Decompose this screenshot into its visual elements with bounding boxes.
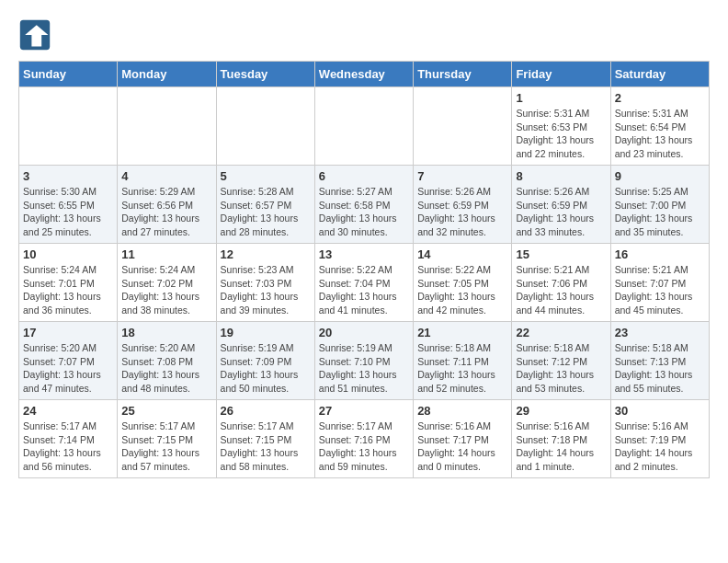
day-info: Sunrise: 5:18 AM Sunset: 7:13 PM Dayligh… xyxy=(615,341,705,396)
day-info: Sunrise: 5:21 AM Sunset: 7:06 PM Dayligh… xyxy=(516,263,606,317)
calendar-cell: 19Sunrise: 5:19 AM Sunset: 7:09 PM Dayli… xyxy=(216,322,314,400)
day-info: Sunrise: 5:18 AM Sunset: 7:11 PM Dayligh… xyxy=(417,341,507,396)
weekday-header: Friday xyxy=(512,62,610,87)
day-info: Sunrise: 5:23 AM Sunset: 7:03 PM Dayligh… xyxy=(221,263,311,317)
day-number: 29 xyxy=(516,404,606,418)
calendar-table: SundayMondayTuesdayWednesdayThursdayFrid… xyxy=(18,61,710,478)
calendar-cell xyxy=(118,87,216,166)
calendar-cell: 13Sunrise: 5:22 AM Sunset: 7:04 PM Dayli… xyxy=(314,244,413,322)
calendar-week-row: 24Sunrise: 5:17 AM Sunset: 7:14 PM Dayli… xyxy=(19,400,710,478)
day-info: Sunrise: 5:20 AM Sunset: 7:07 PM Dayligh… xyxy=(23,341,113,396)
calendar-cell: 22Sunrise: 5:18 AM Sunset: 7:12 PM Dayli… xyxy=(512,322,610,400)
day-info: Sunrise: 5:16 AM Sunset: 7:18 PM Dayligh… xyxy=(516,419,606,474)
calendar-cell xyxy=(216,87,314,166)
day-info: Sunrise: 5:28 AM Sunset: 6:57 PM Dayligh… xyxy=(221,185,311,239)
day-info: Sunrise: 5:19 AM Sunset: 7:10 PM Dayligh… xyxy=(319,341,409,396)
calendar-cell: 8Sunrise: 5:26 AM Sunset: 6:59 PM Daylig… xyxy=(512,166,610,244)
calendar-cell: 27Sunrise: 5:17 AM Sunset: 7:16 PM Dayli… xyxy=(314,400,413,478)
day-number: 10 xyxy=(23,247,113,261)
weekday-header: Wednesday xyxy=(314,62,413,87)
day-number: 8 xyxy=(516,169,606,183)
day-info: Sunrise: 5:27 AM Sunset: 6:58 PM Dayligh… xyxy=(319,185,409,239)
day-info: Sunrise: 5:24 AM Sunset: 7:01 PM Dayligh… xyxy=(23,263,113,317)
day-info: Sunrise: 5:19 AM Sunset: 7:09 PM Dayligh… xyxy=(221,341,311,396)
day-info: Sunrise: 5:22 AM Sunset: 7:04 PM Dayligh… xyxy=(319,263,409,317)
calendar-week-row: 1Sunrise: 5:31 AM Sunset: 6:53 PM Daylig… xyxy=(19,87,710,166)
day-number: 2 xyxy=(615,91,705,105)
logo-icon xyxy=(18,18,51,52)
day-info: Sunrise: 5:25 AM Sunset: 7:00 PM Dayligh… xyxy=(615,185,705,239)
calendar-cell: 9Sunrise: 5:25 AM Sunset: 7:00 PM Daylig… xyxy=(610,166,709,244)
day-number: 28 xyxy=(417,404,507,418)
day-number: 21 xyxy=(417,326,507,339)
day-info: Sunrise: 5:20 AM Sunset: 7:08 PM Dayligh… xyxy=(121,341,211,396)
calendar-cell: 12Sunrise: 5:23 AM Sunset: 7:03 PM Dayli… xyxy=(216,244,314,322)
weekday-header: Sunday xyxy=(19,62,118,87)
day-number: 15 xyxy=(516,247,606,261)
calendar-cell: 21Sunrise: 5:18 AM Sunset: 7:11 PM Dayli… xyxy=(414,322,512,400)
calendar-cell: 25Sunrise: 5:17 AM Sunset: 7:15 PM Dayli… xyxy=(118,400,216,478)
calendar-cell: 2Sunrise: 5:31 AM Sunset: 6:54 PM Daylig… xyxy=(610,87,709,166)
day-info: Sunrise: 5:31 AM Sunset: 6:54 PM Dayligh… xyxy=(615,107,705,161)
day-info: Sunrise: 5:30 AM Sunset: 6:55 PM Dayligh… xyxy=(23,185,113,239)
day-number: 4 xyxy=(121,169,211,183)
day-number: 5 xyxy=(221,169,311,183)
day-info: Sunrise: 5:31 AM Sunset: 6:53 PM Dayligh… xyxy=(516,107,606,161)
day-info: Sunrise: 5:29 AM Sunset: 6:56 PM Dayligh… xyxy=(121,185,211,239)
day-info: Sunrise: 5:17 AM Sunset: 7:15 PM Dayligh… xyxy=(121,419,211,474)
day-number: 17 xyxy=(23,326,113,339)
day-number: 26 xyxy=(221,404,311,418)
day-number: 27 xyxy=(319,404,409,418)
day-number: 16 xyxy=(615,247,705,261)
calendar-week-row: 17Sunrise: 5:20 AM Sunset: 7:07 PM Dayli… xyxy=(19,322,710,400)
day-number: 6 xyxy=(319,169,409,183)
day-info: Sunrise: 5:16 AM Sunset: 7:19 PM Dayligh… xyxy=(615,419,705,474)
day-number: 1 xyxy=(516,91,606,105)
day-number: 3 xyxy=(23,169,113,183)
day-info: Sunrise: 5:17 AM Sunset: 7:14 PM Dayligh… xyxy=(23,419,113,474)
calendar-cell: 18Sunrise: 5:20 AM Sunset: 7:08 PM Dayli… xyxy=(118,322,216,400)
calendar-header-row: SundayMondayTuesdayWednesdayThursdayFrid… xyxy=(19,62,710,87)
day-number: 25 xyxy=(121,404,211,418)
day-info: Sunrise: 5:26 AM Sunset: 6:59 PM Dayligh… xyxy=(417,185,507,239)
day-number: 13 xyxy=(319,247,409,261)
calendar-cell: 17Sunrise: 5:20 AM Sunset: 7:07 PM Dayli… xyxy=(19,322,118,400)
day-info: Sunrise: 5:24 AM Sunset: 7:02 PM Dayligh… xyxy=(121,263,211,317)
calendar-cell: 4Sunrise: 5:29 AM Sunset: 6:56 PM Daylig… xyxy=(118,166,216,244)
calendar-cell: 23Sunrise: 5:18 AM Sunset: 7:13 PM Dayli… xyxy=(610,322,709,400)
calendar-cell: 15Sunrise: 5:21 AM Sunset: 7:06 PM Dayli… xyxy=(512,244,610,322)
calendar-cell xyxy=(19,87,118,166)
calendar-cell: 10Sunrise: 5:24 AM Sunset: 7:01 PM Dayli… xyxy=(19,244,118,322)
weekday-header: Monday xyxy=(118,62,216,87)
calendar-cell: 20Sunrise: 5:19 AM Sunset: 7:10 PM Dayli… xyxy=(314,322,413,400)
logo xyxy=(18,18,57,52)
day-number: 19 xyxy=(221,326,311,339)
day-info: Sunrise: 5:22 AM Sunset: 7:05 PM Dayligh… xyxy=(417,263,507,317)
calendar-cell: 7Sunrise: 5:26 AM Sunset: 6:59 PM Daylig… xyxy=(414,166,512,244)
weekday-header: Tuesday xyxy=(216,62,314,87)
calendar-cell: 30Sunrise: 5:16 AM Sunset: 7:19 PM Dayli… xyxy=(610,400,709,478)
day-number: 7 xyxy=(417,169,507,183)
calendar-cell: 26Sunrise: 5:17 AM Sunset: 7:15 PM Dayli… xyxy=(216,400,314,478)
day-number: 12 xyxy=(221,247,311,261)
calendar-cell: 16Sunrise: 5:21 AM Sunset: 7:07 PM Dayli… xyxy=(610,244,709,322)
day-number: 14 xyxy=(417,247,507,261)
day-number: 11 xyxy=(121,247,211,261)
day-number: 9 xyxy=(615,169,705,183)
calendar-cell: 3Sunrise: 5:30 AM Sunset: 6:55 PM Daylig… xyxy=(19,166,118,244)
day-info: Sunrise: 5:18 AM Sunset: 7:12 PM Dayligh… xyxy=(516,341,606,396)
day-info: Sunrise: 5:21 AM Sunset: 7:07 PM Dayligh… xyxy=(615,263,705,317)
calendar-cell xyxy=(414,87,512,166)
day-number: 20 xyxy=(319,326,409,339)
calendar-cell: 11Sunrise: 5:24 AM Sunset: 7:02 PM Dayli… xyxy=(118,244,216,322)
calendar-cell: 5Sunrise: 5:28 AM Sunset: 6:57 PM Daylig… xyxy=(216,166,314,244)
day-info: Sunrise: 5:16 AM Sunset: 7:17 PM Dayligh… xyxy=(417,419,507,474)
calendar-week-row: 3Sunrise: 5:30 AM Sunset: 6:55 PM Daylig… xyxy=(19,166,710,244)
calendar-cell xyxy=(314,87,413,166)
day-number: 23 xyxy=(615,326,705,339)
day-number: 22 xyxy=(516,326,606,339)
calendar-cell: 14Sunrise: 5:22 AM Sunset: 7:05 PM Dayli… xyxy=(414,244,512,322)
day-info: Sunrise: 5:17 AM Sunset: 7:15 PM Dayligh… xyxy=(221,419,311,474)
calendar-cell: 1Sunrise: 5:31 AM Sunset: 6:53 PM Daylig… xyxy=(512,87,610,166)
calendar-cell: 6Sunrise: 5:27 AM Sunset: 6:58 PM Daylig… xyxy=(314,166,413,244)
